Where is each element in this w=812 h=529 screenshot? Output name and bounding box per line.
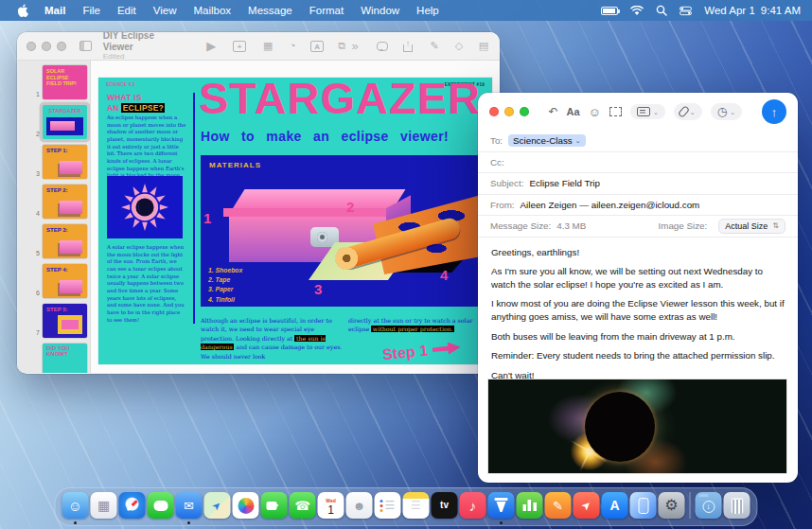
zoom-button[interactable]: [520, 107, 529, 116]
menu-time: 9:41 AM: [761, 5, 801, 16]
dock-item-iphone-mirroring[interactable]: [630, 492, 657, 519]
dock-item-system-settings[interactable]: ⚙: [659, 492, 685, 519]
document-icon[interactable]: ▤: [477, 41, 490, 51]
menu-item[interactable]: Mail: [36, 5, 74, 16]
from-field[interactable]: From: Aileen Zeigen — aileen.zeigen@iclo…: [478, 195, 798, 217]
menu-item[interactable]: View: [145, 5, 185, 16]
slide-thumbnail[interactable]: DID YOU KNOW?: [17, 344, 90, 373]
view-sidebar-icon[interactable]: [79, 41, 92, 51]
dock-item-tv[interactable]: tv: [432, 492, 458, 519]
menu-item[interactable]: Message: [239, 5, 301, 16]
control-center-icon[interactable]: [680, 6, 692, 16]
emoji-icon[interactable]: ☺: [589, 106, 601, 118]
menu-item[interactable]: Help: [408, 5, 448, 16]
dock-item-numbers[interactable]: [517, 492, 543, 519]
window-controls: [489, 107, 529, 116]
slide-thumbnail[interactable]: 4 STEP 2:: [17, 185, 90, 219]
schedule-send-button[interactable]: ◷ ⌄: [711, 103, 742, 120]
stamp-icon[interactable]: [609, 107, 622, 116]
send-button[interactable]: ↑: [762, 99, 786, 124]
close-button[interactable]: [489, 107, 499, 116]
dock-item-facetime[interactable]: [261, 492, 288, 519]
menu-item[interactable]: Format: [301, 5, 352, 16]
body-paragraph: I know most of you are doing the Eclipse…: [491, 297, 785, 323]
more-toolbar-icon[interactable]: »: [348, 40, 362, 52]
slide-thumbnail[interactable]: 3 STEP 1:: [17, 145, 90, 179]
table-icon[interactable]: ▦: [261, 41, 274, 51]
app-icon: [630, 492, 657, 519]
minimize-button[interactable]: [42, 42, 51, 51]
dock-item-reminders[interactable]: ☰: [375, 492, 401, 519]
select-arrows-icon: ⇅: [772, 222, 779, 230]
dock: ☺ ▦: [55, 487, 758, 526]
dock-item-downloads[interactable]: ↓: [696, 492, 722, 519]
header-fields-button[interactable]: ⌄: [630, 104, 665, 119]
dock-item-photos[interactable]: [233, 492, 259, 519]
slide-thumbnail[interactable]: 6 STEP 4:: [17, 264, 90, 298]
dock-item-app-store[interactable]: A: [602, 492, 628, 519]
dock-item-messages[interactable]: [148, 492, 174, 519]
menu-clock[interactable]: Wed Apr 1 9:41 AM: [704, 5, 801, 16]
add-slide-icon[interactable]: +: [233, 41, 246, 52]
dock-item-contacts[interactable]: ☻: [346, 492, 373, 519]
dock-item-launchpad[interactable]: ▦: [91, 492, 117, 519]
text-box-icon[interactable]: A: [310, 41, 324, 52]
subject-value: Eclipse Field Trip: [529, 178, 600, 188]
apple-menu[interactable]: [9, 4, 36, 17]
slide-thumbnail[interactable]: 2 STARGAZER: [17, 105, 90, 139]
format-icon[interactable]: ✎: [428, 41, 441, 51]
dock-item-maps[interactable]: ➤: [204, 492, 231, 519]
close-button[interactable]: [26, 42, 36, 51]
slide-thumbnail[interactable]: 5 STEP 3:: [17, 224, 90, 258]
zoom-button[interactable]: [57, 42, 66, 51]
play-icon[interactable]: ▶: [204, 40, 218, 52]
dock-item-finder[interactable]: ☺: [62, 492, 89, 519]
share-icon[interactable]: ↑: [403, 44, 413, 52]
slide-thumb-preview: STEP 3:: [43, 224, 87, 258]
menu-item[interactable]: File: [74, 5, 109, 16]
comment-icon[interactable]: [377, 42, 388, 51]
app-icon-glyph: ☎: [294, 500, 309, 512]
battery-icon[interactable]: [601, 7, 618, 15]
attach-button[interactable]: ⌄: [674, 103, 702, 120]
app-icon: ➤: [574, 492, 600, 519]
dock-item-notes[interactable]: ☰: [403, 492, 430, 519]
subject-field[interactable]: Subject: Eclipse Field Trip: [478, 173, 798, 195]
image-size-select[interactable]: Actual Size ⇅: [718, 219, 786, 234]
to-field[interactable]: To: Science-Class ⌄: [478, 131, 798, 152]
menu-item[interactable]: Edit: [109, 5, 145, 16]
app-icon: tv: [432, 492, 458, 519]
recipient-token[interactable]: Science-Class ⌄: [508, 134, 586, 147]
dock-item-safari[interactable]: [119, 492, 146, 519]
chart-icon[interactable]: ◔: [286, 41, 299, 51]
dock-item-schoolwork[interactable]: ➤: [574, 492, 600, 519]
animate-icon[interactable]: ◇: [452, 41, 466, 51]
menu-item[interactable]: Window: [352, 5, 408, 16]
dock-item-pages[interactable]: ✎: [545, 492, 572, 519]
mail-toolbar: ↶ Aa ☺ ⌄ ⌄ ◷ ⌄ ↑: [478, 93, 798, 131]
dock-item-music[interactable]: ♪: [460, 492, 486, 519]
materials-item: 4. Tinfoil: [208, 295, 242, 305]
slide-thumb-preview: STEP 1:: [43, 145, 87, 179]
slide-navigator: 1 SOLAR ECLIPSE FIELD TRIP! 2 STARGAZER …: [17, 61, 91, 373]
spotlight-search-icon[interactable]: [656, 5, 667, 16]
eclipse-photo-attachment[interactable]: [487, 379, 787, 474]
slide-thumbnail[interactable]: 1 SOLAR ECLIPSE FIELD TRIP!: [17, 65, 90, 99]
dock-item-keynote[interactable]: [488, 492, 515, 519]
card-icon: [637, 107, 650, 116]
slide-canvas[interactable]: SCIENCE 4.2 EXPERIMENT #19 WHAT IS AN EC…: [91, 61, 500, 373]
dock-item-calendar[interactable]: Wed 1: [318, 492, 344, 519]
dock-item-trash[interactable]: [724, 492, 750, 519]
minimize-button[interactable]: [504, 107, 514, 116]
dock-item-phone[interactable]: ☎: [290, 492, 316, 519]
shapes-icon[interactable]: ⧉: [335, 41, 348, 51]
slide-number: 4: [28, 210, 40, 217]
cc-field[interactable]: Cc:: [478, 152, 798, 174]
format-text-icon[interactable]: Aa: [567, 107, 580, 117]
slide-thumbnail[interactable]: 7 STEP 5:: [17, 304, 90, 338]
dock-item-mail[interactable]: ✉: [176, 492, 203, 519]
menu-item[interactable]: Mailbox: [185, 5, 239, 16]
app-icon: ⚙: [659, 492, 685, 519]
undo-icon[interactable]: ↶: [548, 106, 557, 117]
wifi-icon[interactable]: [630, 6, 644, 16]
